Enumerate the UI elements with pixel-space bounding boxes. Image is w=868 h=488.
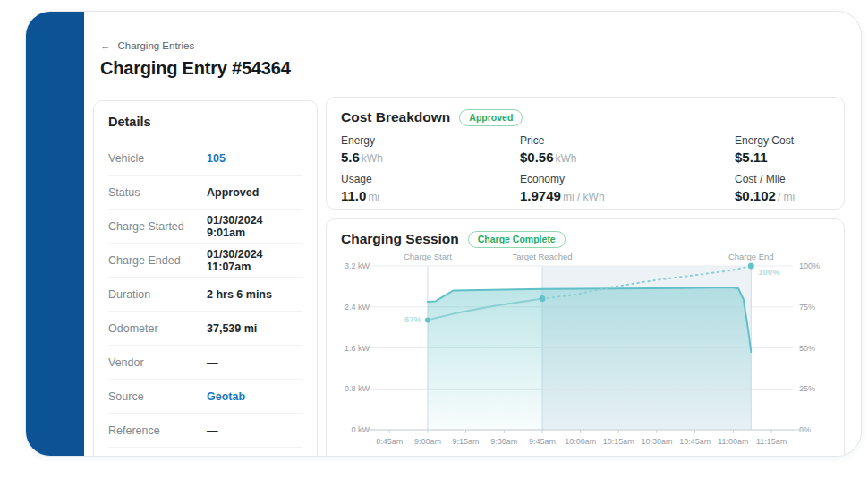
soc-start-label: 67%: [404, 314, 422, 324]
metric-unit: kWh: [362, 152, 383, 165]
charging-session-title: Charging Session: [341, 231, 459, 247]
charge-complete-badge: Charge Complete: [468, 231, 566, 248]
detail-row-duration: Duration 2 hrs 6 mins: [108, 278, 302, 312]
x-tick-label: 9:15am: [453, 437, 480, 446]
metric-label: Energy: [341, 134, 520, 147]
detail-label: Source: [108, 390, 207, 403]
soc-marker: [540, 295, 546, 302]
x-tick-label: 8:45am: [376, 437, 403, 446]
cost-breakdown-header: Cost Breakdown Approved: [341, 109, 830, 126]
metric-label: Economy: [520, 173, 735, 185]
detail-row-charge-ended: Charge Ended 01/30/2024 11:07am: [108, 244, 302, 278]
detail-label: Charge Ended: [108, 254, 207, 267]
metric-unit: kWh: [556, 152, 577, 165]
metric-label: Usage: [341, 173, 520, 185]
detail-value: 2 hrs 6 mins: [207, 288, 272, 301]
y-left-tick: 2.4 kW: [345, 302, 370, 311]
detail-value: —: [207, 424, 218, 437]
detail-value: Approved: [207, 186, 259, 199]
metric-label: Energy Cost: [735, 134, 830, 147]
detail-value: —: [207, 356, 218, 369]
charging-session-chart: 3.2 kW2.4 kW1.6 kW0.8 kW0 kW100%75%50%25…: [341, 252, 831, 452]
metric-label: Cost / Mile: [735, 173, 830, 185]
app-window: ← Charging Entries Charging Entry #54364…: [25, 11, 862, 457]
x-tick-label: 10:00am: [565, 437, 596, 446]
detail-label: Vendor: [108, 356, 207, 369]
detail-label: Odometer: [108, 322, 207, 335]
detail-row-reference: Reference —: [108, 414, 302, 448]
metric-price: Price $0.56kWh: [520, 134, 735, 165]
detail-value: 37,539 mi: [207, 322, 257, 335]
breadcrumb[interactable]: ← Charging Entries: [100, 40, 845, 51]
x-tick-label: 11:15am: [756, 437, 787, 446]
metric-value: $0.102: [735, 188, 776, 203]
x-tick-label: 9:45am: [529, 437, 556, 446]
y-left-tick: 3.2 kW: [345, 261, 370, 270]
event-label: Charge End: [728, 252, 774, 261]
x-tick-label: 10:45am: [679, 437, 711, 446]
detail-row-status: Status Approved: [108, 176, 302, 210]
detail-value: 01/30/2024 11:07am: [207, 248, 302, 273]
detail-label: Charge Started: [108, 220, 207, 233]
metric-value: 1.9749: [520, 188, 561, 203]
metric-cost-per-mile: Cost / Mile $0.102/ mi: [735, 173, 830, 203]
cost-breakdown-title: Cost Breakdown: [341, 109, 450, 125]
x-tick-label: 9:30am: [490, 437, 517, 446]
content-grid: Details Vehicle 105 Status Approved Char…: [93, 97, 845, 456]
source-link[interactable]: Geotab: [207, 390, 245, 403]
metric-unit: mi / kWh: [563, 191, 605, 203]
x-tick-label: 11:00am: [718, 437, 748, 446]
detail-row-charge-started: Charge Started 01/30/2024 9:01am: [108, 210, 302, 244]
detail-value: 01/30/2024 9:01am: [207, 214, 302, 239]
charging-session-header: Charging Session Charge Complete: [341, 231, 830, 248]
detail-label: Duration: [108, 288, 207, 301]
metric-value: $0.56: [520, 150, 554, 165]
breadcrumb-label[interactable]: Charging Entries: [118, 40, 195, 51]
metric-unit: mi: [368, 191, 379, 203]
x-tick-label: 10:15am: [603, 437, 634, 446]
metric-value: 11.0: [341, 188, 366, 203]
approved-badge: Approved: [459, 109, 523, 126]
back-arrow-icon[interactable]: ←: [100, 40, 111, 51]
metric-value: 5.6: [341, 150, 360, 165]
y-right-tick: 50%: [799, 343, 815, 352]
y-right-tick: 100%: [799, 261, 820, 270]
page-header: ← Charging Entries Charging Entry #54364: [100, 40, 845, 79]
y-left-tick: 1.6 kW: [345, 343, 370, 352]
detail-label: Status: [108, 186, 207, 199]
metric-label: Price: [520, 134, 735, 147]
y-right-tick: 75%: [799, 302, 815, 311]
details-card: Details Vehicle 105 Status Approved Char…: [93, 100, 318, 456]
cost-metrics: Energy 5.6kWh Price $0.56kWh Energy Cost…: [341, 134, 830, 203]
detail-row-source: Source Geotab: [108, 380, 302, 414]
metric-energy: Energy 5.6kWh: [341, 134, 520, 165]
soc-marker: [748, 262, 754, 269]
detail-label: Vehicle: [108, 152, 207, 165]
detail-row-vendor: Vendor —: [108, 346, 302, 380]
detail-row-odometer: Odometer 37,539 mi: [108, 312, 302, 346]
y-left-tick: 0.8 kW: [345, 384, 370, 393]
right-column: Cost Breakdown Approved Energy 5.6kWh Pr…: [326, 97, 845, 456]
soc-marker: [425, 317, 430, 322]
metric-value: $5.11: [735, 150, 768, 165]
metric-economy: Economy 1.9749mi / kWh: [520, 173, 735, 203]
cost-breakdown-card: Cost Breakdown Approved Energy 5.6kWh Pr…: [326, 97, 845, 210]
main-content: ← Charging Entries Charging Entry #54364…: [84, 12, 861, 456]
x-tick-label: 9:00am: [414, 437, 441, 446]
charging-session-card: Charging Session Charge Complete 3.2 kW2…: [326, 218, 845, 456]
soc-end-label: 100%: [758, 267, 780, 277]
nav-sidebar: [26, 12, 84, 456]
detail-label: Reference: [108, 424, 207, 437]
event-label: Charge Start: [404, 252, 452, 261]
vehicle-link[interactable]: 105: [207, 152, 226, 165]
metric-energy-cost: Energy Cost $5.11: [735, 134, 830, 165]
y-right-tick: 25%: [799, 384, 815, 393]
details-title: Details: [108, 101, 302, 141]
page-title: Charging Entry #54364: [100, 58, 845, 79]
metric-unit: / mi: [778, 191, 795, 203]
x-tick-label: 10:30am: [641, 437, 672, 446]
detail-row-vehicle: Vehicle 105: [108, 141, 302, 176]
metric-usage: Usage 11.0mi: [341, 173, 520, 203]
event-label: Target Reached: [512, 252, 572, 261]
